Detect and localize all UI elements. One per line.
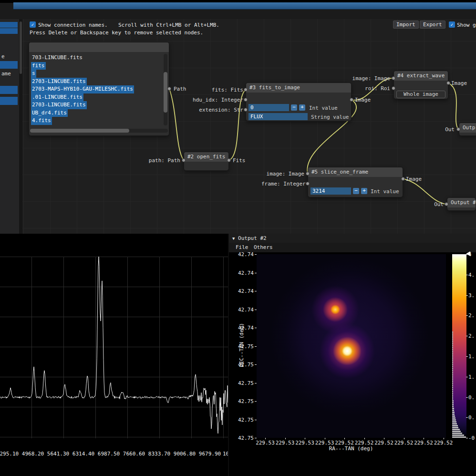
output-1-title[interactable]: Outp: [459, 123, 476, 133]
image-x-tick: [305, 438, 305, 439]
sidebar-item[interactable]: [0, 61, 18, 69]
whole-image-button[interactable]: Whole image: [396, 91, 445, 98]
histogram-bar: [452, 389, 453, 390]
sidebar-item[interactable]: [0, 86, 18, 94]
file-list-vscrollbar[interactable]: [164, 54, 167, 125]
frame-field[interactable]: 3214: [310, 187, 351, 195]
file-list-hscrollbar[interactable]: [30, 129, 168, 133]
window-titlebar[interactable]: [13, 2, 476, 10]
port-fitstoimage-hdu-in[interactable]: [244, 98, 248, 102]
sidebar-item[interactable]: [0, 97, 18, 105]
show-connection-names-label: Show connection names.: [38, 22, 108, 28]
port-slice-frame-in[interactable]: [306, 182, 310, 186]
app-window: eame ✓ Show connection names. Scroll wit…: [0, 0, 476, 476]
frame-decrement-button[interactable]: −: [353, 188, 359, 194]
histogram-bar: [452, 347, 453, 348]
spectrum-x-tick-label: 10353.00: [223, 451, 228, 457]
hdu-idx-increment-button[interactable]: +: [299, 104, 305, 111]
colorbar[interactable]: [452, 254, 466, 438]
image-y-tick: [255, 383, 257, 383]
sidebar-item[interactable]: [0, 28, 18, 34]
file-list-item[interactable]: 703-LINCUBE.fits: [30, 54, 164, 62]
sidebar-item[interactable]: [0, 22, 18, 28]
file-list-item[interactable]: 2703-MAPS-HYB10-GAU-MILESHC.fits: [30, 85, 164, 93]
histogram-bar: [452, 406, 454, 407]
node-output-1[interactable]: Outp: [459, 123, 476, 136]
port-extractwave-roi-in[interactable]: [392, 86, 395, 90]
port-openfits-path-in[interactable]: [182, 158, 186, 162]
file-list-item[interactable]: 2703-LINCUBE.fits: [30, 101, 164, 109]
show-connection-names-checkbox[interactable]: ✓: [30, 21, 36, 28]
histogram-bar: [452, 368, 453, 369]
export-button[interactable]: Export: [420, 21, 445, 29]
histogram-bar: [452, 393, 453, 394]
vscroll-thumb[interactable]: [164, 72, 167, 113]
menu-others[interactable]: Others: [254, 243, 273, 252]
image-y-tick: [255, 310, 257, 310]
image-x-tick-label: 229.53: [295, 440, 315, 446]
histogram-bar: [452, 398, 453, 400]
import-button[interactable]: Import: [393, 21, 419, 29]
histogram-bar: [452, 400, 454, 402]
histogram-bar: [452, 410, 454, 411]
spectrum-plot: [0, 234, 228, 476]
histogram-bar: [452, 331, 453, 333]
port-extractwave-image-out[interactable]: [446, 81, 450, 85]
show-grid-checkbox[interactable]: ✓: [449, 21, 455, 28]
slice-one-frame-title[interactable]: #5 slice_one_frame: [308, 167, 403, 177]
output-2-title[interactable]: Output #: [447, 198, 476, 207]
port-extractwave-image-in[interactable]: [392, 76, 395, 80]
port-fitstoimage-image-out[interactable]: [350, 98, 353, 102]
fits-to-image-title[interactable]: #3 fits_to_image: [246, 83, 351, 93]
open-fits-title[interactable]: #2 open_fits: [184, 152, 228, 162]
port-output2-in[interactable]: [445, 202, 448, 206]
image-x-tick: [444, 438, 444, 439]
histogram-bar: [452, 417, 455, 419]
sidebar-scroll-thumb[interactable]: [20, 21, 22, 74]
menu-file[interactable]: File: [236, 243, 248, 252]
node-open-fits[interactable]: #2 open_fits: [184, 152, 229, 171]
spectrum-x-tick-label: 5641.30: [46, 451, 71, 457]
histogram-bar: [452, 362, 453, 363]
colorbar-tick: [466, 254, 468, 255]
viewer-menubar: File Others: [229, 243, 476, 252]
file-list-item[interactable]: 2703-LINCUBE.fits: [30, 78, 164, 86]
sidebar-item[interactable]: ame: [0, 71, 18, 77]
file-list-item[interactable]: UB_dr4.fits: [30, 109, 164, 117]
image-y-tick: [255, 401, 257, 402]
image-x-tick-label: 229.53: [255, 440, 275, 446]
file-list-item[interactable]: 4.fits: [30, 117, 164, 125]
frame-increment-button[interactable]: +: [361, 188, 367, 194]
port-filelist-path-out[interactable]: [167, 87, 171, 91]
histogram-bar: [452, 370, 453, 371]
node-output-2[interactable]: Output #: [447, 197, 476, 211]
histogram-bar: [452, 425, 458, 426]
histogram-bar: [452, 427, 458, 428]
file-list-item[interactable]: .01-LINCUBE.fits: [30, 93, 164, 102]
port-openfits-fits-out[interactable]: [227, 158, 231, 162]
node-file-list[interactable]: 703-LINCUBE.fitsfitss2703-LINCUBE.fits27…: [29, 42, 169, 136]
image-y-tick-label: 42.75: [234, 343, 254, 350]
port-output1-in[interactable]: [456, 127, 460, 131]
collapse-icon[interactable]: ▼: [232, 236, 235, 241]
file-list-item[interactable]: fits: [30, 62, 164, 70]
image-y-tick: [255, 420, 257, 420]
port-fitstoimage-fits-in[interactable]: [244, 88, 248, 92]
output-1-input-label: Out: [441, 126, 455, 133]
hdu-idx-decrement-button[interactable]: −: [291, 104, 297, 111]
extract-wave-title[interactable]: #4 extract_wave: [394, 71, 448, 81]
image-x-tick-label: 229.52: [374, 440, 394, 446]
port-slice-image-in[interactable]: [306, 172, 310, 176]
file-list-item[interactable]: s: [30, 70, 164, 78]
viewer-header[interactable]: ▼ Output #2: [229, 234, 476, 243]
heatmap-image[interactable]: [257, 254, 446, 438]
hscroll-thumb[interactable]: [30, 129, 129, 133]
file-node-header[interactable]: [29, 42, 169, 52]
histogram-bar: [452, 415, 455, 417]
port-fitstoimage-ext-in[interactable]: [244, 108, 248, 112]
sidebar-scrollbar[interactable]: [19, 19, 22, 234]
port-slice-image-out[interactable]: [401, 177, 405, 181]
hdu-idx-field[interactable]: 0: [248, 104, 289, 111]
sidebar-item[interactable]: e: [0, 53, 18, 60]
extension-field[interactable]: FLUX: [248, 113, 308, 120]
